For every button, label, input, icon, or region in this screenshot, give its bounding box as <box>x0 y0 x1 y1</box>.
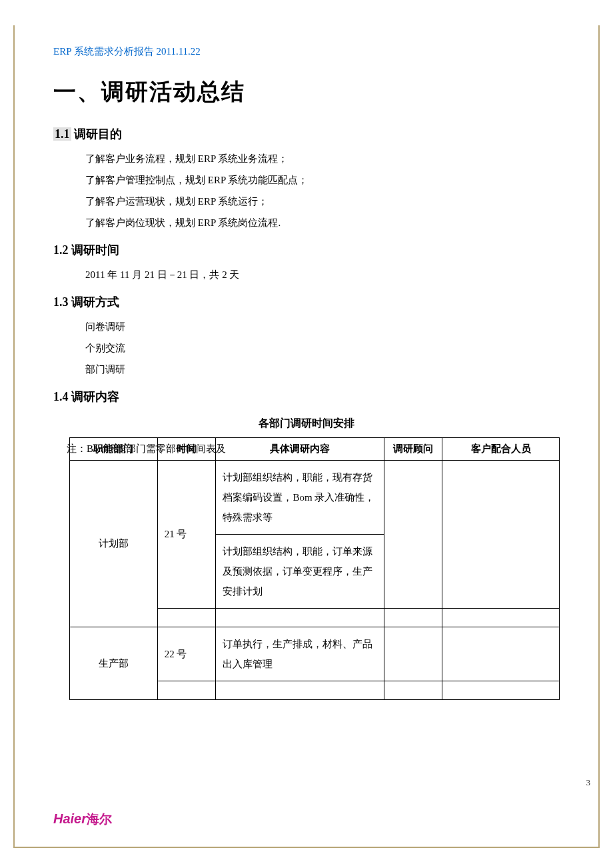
body-line: 个别交流 <box>85 338 560 358</box>
section-num: 1.3 <box>53 295 69 309</box>
section-title: 调研内容 <box>71 390 119 403</box>
cell-customer <box>442 461 560 609</box>
cell-customer <box>442 681 560 700</box>
haier-logo: Haier海尔 <box>53 811 112 828</box>
cell-content: 计划部组织结构，职能，订单来源及预测依据，订单变更程序，生产安排计划 <box>216 535 384 609</box>
cell-content: 订单执行，生产排成，材料、产品出入库管理 <box>216 627 384 681</box>
main-heading: 一、调研活动总结 <box>53 77 560 107</box>
cell-time <box>157 609 216 627</box>
table-row: 生产部 22 号 订单执行，生产排成，材料、产品出入库管理 <box>70 627 560 681</box>
cell-dept: 生产部 <box>70 627 158 700</box>
section-num: 1.2 <box>53 243 69 257</box>
table-title: 各部门调研时间安排 <box>53 417 560 431</box>
page-number: 3 <box>586 777 591 788</box>
th-customer: 客户配合人员 <box>442 438 560 461</box>
document-header: ERP 系统需求分析报告 2011.11.22 <box>53 45 560 58</box>
cell-dept: 计划部 <box>70 461 158 627</box>
cell-content <box>216 681 384 700</box>
body-line: 问卷调研 <box>85 317 560 337</box>
table-row: 计划部 21 号 计划部组织结构，职能，现有存货档案编码设置，Bom 录入准确性… <box>70 461 560 535</box>
cell-content: 计划部组织结构，职能，现有存货档案编码设置，Bom 录入准确性，特殊需求等 <box>216 461 384 535</box>
logo-en: Haier <box>53 811 87 826</box>
body-line: 部门调研 <box>85 359 560 379</box>
table-note-overlay: 注：Bom职能部门需零部件时间表及 <box>67 443 226 455</box>
cell-consultant <box>384 627 442 681</box>
schedule-table: 职能部门 时间 具体调研内容 调研顾问 客户配合人员 计划部 21 号 计划部组… <box>69 437 560 700</box>
cell-customer <box>442 627 560 681</box>
schedule-table-wrapper: 注：Bom职能部门需零部件时间表及 职能部门 时间 具体调研内容 调研顾问 客户… <box>69 437 560 700</box>
body-line: 2011 年 11 月 21 日－21 日，共 2 天 <box>85 265 560 285</box>
section-1-1-heading: 1.1 调研目的 <box>53 126 560 142</box>
section-num: 1.4 <box>53 390 69 403</box>
section-1-3-body: 问卷调研 个别交流 部门调研 <box>85 317 560 379</box>
body-line: 了解客户运营现状，规划 ERP 系统运行； <box>85 191 560 211</box>
section-1-1-body: 了解客户业务流程，规划 ERP 系统业务流程； 了解客户管理控制点，规划 ERP… <box>85 149 560 233</box>
cell-time: 22 号 <box>157 627 216 681</box>
section-num: 1.1 <box>53 127 71 141</box>
section-title: 调研方式 <box>71 295 119 309</box>
section-title: 调研目的 <box>74 127 122 141</box>
body-line: 了解客户业务流程，规划 ERP 系统业务流程； <box>85 149 560 169</box>
cell-consultant <box>384 681 442 700</box>
body-line: 了解客户岗位现状，规划 ERP 系统岗位流程. <box>85 213 560 233</box>
cell-content <box>216 609 384 627</box>
section-1-3-heading: 1.3 调研方式 <box>53 294 560 310</box>
section-1-4-heading: 1.4 调研内容 <box>53 389 560 405</box>
cell-consultant <box>384 609 442 627</box>
th-consultant: 调研顾问 <box>384 438 442 461</box>
body-line: 了解客户管理控制点，规划 ERP 系统功能匹配点； <box>85 170 560 190</box>
cell-consultant <box>384 461 442 609</box>
th-content: 具体调研内容 <box>216 438 384 461</box>
cell-time: 21 号 <box>157 461 216 609</box>
logo-cn: 海尔 <box>87 812 112 826</box>
section-1-2-heading: 1.2 调研时间 <box>53 242 560 258</box>
section-1-2-body: 2011 年 11 月 21 日－21 日，共 2 天 <box>85 265 560 285</box>
cell-time <box>157 681 216 700</box>
document-content: ERP 系统需求分析报告 2011.11.22 一、调研活动总结 1.1 调研目… <box>13 25 600 727</box>
cell-customer <box>442 609 560 627</box>
section-title: 调研时间 <box>71 243 119 257</box>
